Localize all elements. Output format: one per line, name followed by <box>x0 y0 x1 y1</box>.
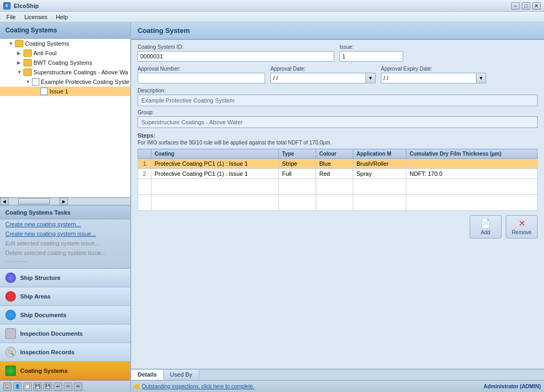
close-button[interactable]: ✕ <box>532 2 541 10</box>
horizontal-scrollbar[interactable]: ◀ ▶ <box>0 198 130 205</box>
task-create-system[interactable]: Create new coating system... <box>0 219 130 229</box>
nav-coating-systems-label: Coating Systems <box>20 368 67 374</box>
tree-item-antifoul[interactable]: ▶ Anti Foul <box>0 48 130 58</box>
tree-item-issue1[interactable]: Issue 1 <box>0 87 130 96</box>
form-row-id: Coating System ID: Issue: <box>138 44 538 62</box>
status-icon-8[interactable]: ✏ <box>74 382 82 391</box>
row-1-colour: Blue <box>316 159 353 169</box>
status-icon-4[interactable]: 💾 <box>33 382 42 391</box>
nav-ship-areas[interactable]: Ship Areas <box>0 287 130 306</box>
description-input[interactable] <box>138 95 538 106</box>
status-icon-2[interactable]: 👤 <box>13 382 22 391</box>
approval-expiry-picker[interactable]: ▼ <box>477 73 486 83</box>
remove-button[interactable]: ✕ Remove <box>506 215 538 238</box>
tree-area[interactable]: ▼ Coating Systems ▶ Anti Foul ▶ BWT Coat… <box>0 39 130 198</box>
form-group-approval-number: Approval Number: <box>138 66 265 83</box>
steps-note: For IMO surfaces the 90/10 rule will be … <box>138 140 538 146</box>
scroll-right-button[interactable]: ▶ <box>60 198 68 205</box>
table-row[interactable]: 2 Protective Coating PC1 (1) : Issue 1 F… <box>138 169 538 179</box>
row-1-num: 1 <box>138 159 151 169</box>
row-1-application: Brush/Roller <box>353 159 406 169</box>
row-1-thickness <box>406 159 538 169</box>
form-group-id: Coating System ID: <box>138 44 334 62</box>
col-header-application: Application M <box>353 149 406 159</box>
row-2-num: 2 <box>138 169 151 179</box>
approval-date-picker[interactable]: ▼ <box>366 73 376 83</box>
form-group-group: Group: <box>138 109 538 128</box>
issue-input[interactable] <box>339 51 403 62</box>
add-button[interactable]: 📄 Add <box>470 215 502 238</box>
remove-icon: ✕ <box>518 218 525 228</box>
tree-item-bwt[interactable]: ▶ BWT Coating Systems <box>0 58 130 67</box>
admin-label: Administrator (ADMIN) <box>483 384 541 389</box>
form-row-approval: Approval Number: Approval Date: ▼ Approv… <box>138 66 538 83</box>
bottom-tabs: Details Used By <box>131 369 544 380</box>
tree-label-antifoul: Anti Foul <box>33 50 56 56</box>
group-label: Group: <box>138 109 538 115</box>
approval-number-input[interactable] <box>138 73 265 83</box>
status-icon-1[interactable]: 🏠 <box>3 382 12 391</box>
table-row-empty <box>138 179 538 195</box>
main-layout: Coating Systems ▼ Coating Systems ▶ Anti… <box>0 22 544 392</box>
col-header-colour: Colour <box>316 149 353 159</box>
col-header-type: Type <box>279 149 316 159</box>
titlebar: E ElcoShip ─ □ ✕ <box>0 0 544 12</box>
menu-licenses[interactable]: Licenses <box>20 13 52 21</box>
status-icon-5[interactable]: 💾 <box>44 382 52 391</box>
tab-details[interactable]: Details <box>131 370 164 380</box>
row-2-coating: Protective Coating PC1 (1) : Issue 1 <box>151 169 279 179</box>
inspection-records-icon: 🔍 <box>5 347 16 357</box>
titlebar-controls: ─ □ ✕ <box>511 2 541 10</box>
tab-used-by[interactable]: Used By <box>164 370 199 380</box>
content-body: Coating System ID: Issue: Approval Numbe… <box>131 40 544 369</box>
maximize-button[interactable]: □ <box>522 2 530 10</box>
tree-item-example[interactable]: ▼ Example Protective Coating Syste <box>0 77 130 87</box>
menu-help[interactable]: Help <box>52 13 72 21</box>
menubar: File Licenses Help <box>0 12 544 22</box>
status-icon-3[interactable]: 📋 <box>23 382 32 391</box>
status-alert[interactable]: Outstanding inspections, click here to c… <box>134 384 254 389</box>
tree-item-coating-systems[interactable]: ▼ Coating Systems <box>0 39 130 48</box>
task-create-issue[interactable]: Create new coating system issue... <box>0 229 130 238</box>
group-input[interactable] <box>138 116 538 128</box>
sidebar: Coating Systems ▼ Coating Systems ▶ Anti… <box>0 22 131 392</box>
status-icon-7[interactable]: ✂ <box>64 382 72 391</box>
approval-date-input[interactable] <box>270 73 366 83</box>
nav-inspection-documents[interactable]: Inspection Documents <box>0 325 130 343</box>
tasks-dots: ········· <box>0 258 130 266</box>
tree-label-example: Example Protective Coating Syste <box>41 79 129 85</box>
ship-structure-icon <box>5 272 16 283</box>
table-row-empty-2 <box>138 195 538 211</box>
nav-ship-structure[interactable]: Ship Structure <box>0 269 130 287</box>
coating-system-id-label: Coating System ID: <box>138 44 334 50</box>
status-alert-text[interactable]: Outstanding inspections, click here to c… <box>142 384 254 389</box>
alert-dot-icon <box>134 384 140 389</box>
coating-system-id-input[interactable] <box>138 51 334 62</box>
col-header-thickness: Cumulative Dry Film Thickness (μm) <box>406 149 538 159</box>
statusbar-icons: 🏠 👤 📋 💾 💾 ↩ ✂ ✏ <box>3 382 82 391</box>
scroll-left-button[interactable]: ◀ <box>0 198 8 205</box>
approval-date-label: Approval Date: <box>270 66 376 72</box>
nav-coating-systems[interactable]: Coating Systems <box>0 362 130 380</box>
nav-inspection-records-label: Inspection Records <box>20 349 74 355</box>
scrollbar-thumb[interactable] <box>18 198 50 204</box>
folder-icon <box>23 69 32 76</box>
minimize-button[interactable]: ─ <box>511 2 520 10</box>
folder-icon <box>23 59 32 66</box>
content-area: Coating System Coating System ID: Issue:… <box>131 22 544 392</box>
task-delete-issue: Delete selected coating system issue... <box>0 248 130 258</box>
nav-ship-documents[interactable]: Ship Documents <box>0 306 130 325</box>
tree-label-superstructure: Superstructure Coatings - Above Wa <box>33 69 128 75</box>
col-header-num <box>138 149 151 159</box>
content-header: Coating System <box>131 22 544 40</box>
nav-inspection-records[interactable]: 🔍 Inspection Records <box>0 343 130 362</box>
table-row[interactable]: 1 Protective Coating PC1 (1) : Issue 1 S… <box>138 159 538 169</box>
form-group-approval-date: Approval Date: ▼ <box>270 66 376 83</box>
steps-label: Steps: <box>138 132 538 139</box>
tree-item-superstructure[interactable]: ▼ Superstructure Coatings - Above Wa <box>0 67 130 77</box>
approval-expiry-input[interactable] <box>381 73 477 83</box>
menu-file[interactable]: File <box>2 13 20 21</box>
doc-icon <box>32 78 39 86</box>
form-group-issue: Issue: <box>339 44 403 62</box>
status-icon-6[interactable]: ↩ <box>54 382 62 391</box>
